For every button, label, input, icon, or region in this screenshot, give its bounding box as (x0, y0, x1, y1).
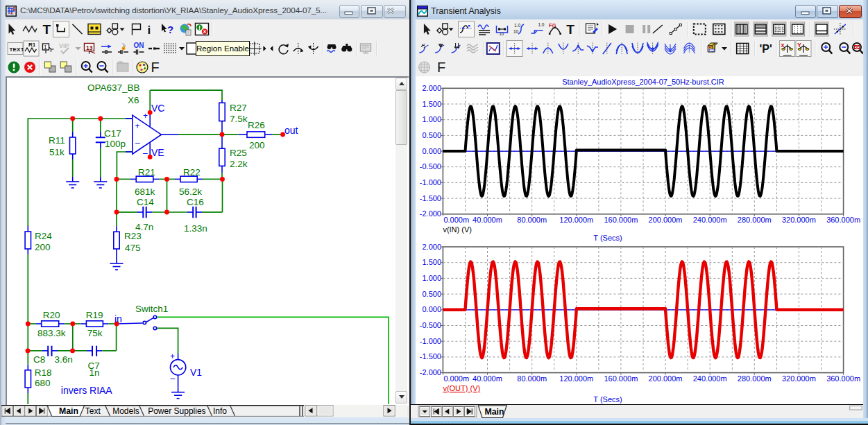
svg-text:R18: R18 (35, 367, 52, 378)
svg-text:0.500: 0.500 (422, 290, 441, 298)
svg-text:invers RIAA: invers RIAA (61, 385, 113, 396)
svg-text:–: – (135, 138, 140, 148)
svg-text:C16: C16 (187, 197, 204, 207)
svg-text:R25: R25 (230, 148, 247, 158)
svg-text:-0.500: -0.500 (420, 321, 441, 329)
svg-text:120.000m: 120.000m (559, 216, 593, 224)
svg-text:200: 200 (35, 242, 51, 252)
svg-text:360.000m: 360.000m (826, 374, 860, 383)
svg-text:-2.000: -2.000 (420, 209, 441, 218)
svg-text:1.0: 1.0 (538, 22, 544, 27)
svg-text:Switch1: Switch1 (135, 304, 168, 314)
svg-text:80.000m: 80.000m (517, 216, 547, 224)
svg-text:T: T (43, 22, 51, 37)
svg-text:-1.500: -1.500 (420, 352, 441, 361)
svg-text:160.000m: 160.000m (604, 374, 638, 383)
svg-text:R20: R20 (43, 310, 60, 320)
svg-text:75k: 75k (87, 328, 103, 338)
svg-text:R27: R27 (230, 103, 247, 113)
svg-text:C17: C17 (104, 128, 121, 139)
svg-text:'P': 'P' (759, 43, 772, 55)
svg-text:T (Secs): T (Secs) (593, 234, 622, 242)
svg-text:1: 1 (44, 44, 47, 51)
svg-text:C14: C14 (137, 197, 154, 207)
svg-text:F: F (151, 60, 160, 75)
svg-text:1.000: 1.000 (422, 274, 441, 282)
svg-text:7.5k: 7.5k (230, 114, 248, 124)
svg-text:200.000m: 200.000m (649, 216, 683, 224)
svg-text:–: – (143, 148, 148, 158)
svg-text:200: 200 (249, 140, 265, 150)
svg-text:1.500: 1.500 (422, 258, 441, 266)
svg-text:1n: 1n (90, 367, 100, 378)
svg-text:Power Supplies: Power Supplies (148, 406, 205, 416)
svg-text:475: 475 (125, 243, 141, 253)
svg-text:2.000: 2.000 (422, 243, 441, 251)
svg-text:i: i (148, 24, 151, 37)
svg-text:R24: R24 (35, 231, 52, 241)
svg-text:Models: Models (112, 406, 139, 416)
svg-text:360.000m: 360.000m (826, 216, 860, 224)
svg-text:X6: X6 (128, 95, 139, 105)
svg-text:0.000m: 0.000m (443, 374, 469, 383)
svg-text:40.000m: 40.000m (473, 374, 502, 383)
svg-text:0.500: 0.500 (422, 131, 441, 139)
svg-text:VC: VC (151, 103, 164, 114)
svg-text:Main: Main (485, 407, 504, 417)
svg-text:v(IN) (V): v(IN) (V) (443, 225, 472, 234)
svg-text:R1: R1 (28, 42, 36, 48)
svg-text:R11: R11 (49, 135, 65, 146)
svg-text:-1.000: -1.000 (420, 178, 441, 187)
svg-text:1.0: 1.0 (514, 23, 520, 28)
svg-text:+: + (170, 352, 175, 361)
svg-text:280.000m: 280.000m (738, 216, 772, 224)
svg-text:Text: Text (85, 406, 101, 416)
svg-text:3.6n: 3.6n (55, 354, 73, 365)
svg-text:in: in (114, 313, 122, 324)
svg-text:T (Secs): T (Secs) (593, 395, 622, 404)
svg-text:R23: R23 (124, 231, 142, 241)
svg-text:-0.500: -0.500 (420, 162, 441, 171)
svg-text:TEXT: TEXT (10, 46, 24, 53)
svg-text:0.000: 0.000 (422, 305, 441, 313)
svg-text:ON: ON (134, 42, 144, 49)
svg-text:v(OUT) (V): v(OUT) (V) (443, 384, 480, 392)
svg-text:–: – (171, 374, 176, 383)
svg-text:Info: Info (213, 406, 227, 416)
svg-text:VE: VE (151, 147, 164, 158)
svg-text:C8: C8 (33, 354, 45, 365)
svg-text:R21: R21 (138, 167, 155, 177)
svg-text:2.2k: 2.2k (230, 159, 248, 169)
svg-text:+: + (135, 121, 140, 131)
svg-text:100p: 100p (105, 139, 126, 149)
svg-text:320.000m: 320.000m (782, 216, 816, 224)
svg-text:13: 13 (86, 44, 93, 51)
svg-text:-1.000: -1.000 (420, 337, 441, 345)
svg-text:51k: 51k (49, 147, 65, 157)
svg-text:680: 680 (35, 378, 51, 388)
svg-text:280.000m: 280.000m (738, 374, 772, 383)
svg-text:681k: 681k (135, 187, 155, 197)
svg-text:Stanley_AudioXpress_2004-07_50: Stanley_AudioXpress_2004-07_50Hz-burst.C… (562, 78, 724, 86)
svg-text:40.000m: 40.000m (473, 216, 502, 224)
svg-text:240.000m: 240.000m (693, 374, 727, 383)
svg-text:0.000m: 0.000m (443, 216, 469, 224)
svg-text:1.33n: 1.33n (184, 223, 207, 234)
svg-text:10: 10 (500, 32, 504, 36)
svg-text:320.000m: 320.000m (782, 374, 816, 383)
svg-text:-1.500: -1.500 (420, 194, 441, 202)
svg-text:200.000m: 200.000m (649, 374, 683, 383)
svg-text:-2.000: -2.000 (420, 368, 441, 376)
svg-text:?: ? (167, 24, 173, 35)
svg-text:+: + (143, 111, 148, 121)
svg-text:1.500: 1.500 (422, 100, 441, 108)
svg-text:120.000m: 120.000m (559, 374, 593, 383)
svg-text:1.000: 1.000 (422, 115, 441, 123)
svg-text:240.000m: 240.000m (693, 216, 727, 224)
svg-text:V1: V1 (190, 367, 202, 378)
svg-text:F: F (437, 60, 445, 75)
svg-text:2.000: 2.000 (422, 84, 441, 92)
svg-text:0.000: 0.000 (422, 147, 441, 155)
svg-text:10: 10 (513, 29, 519, 34)
svg-text:T: T (566, 22, 575, 37)
